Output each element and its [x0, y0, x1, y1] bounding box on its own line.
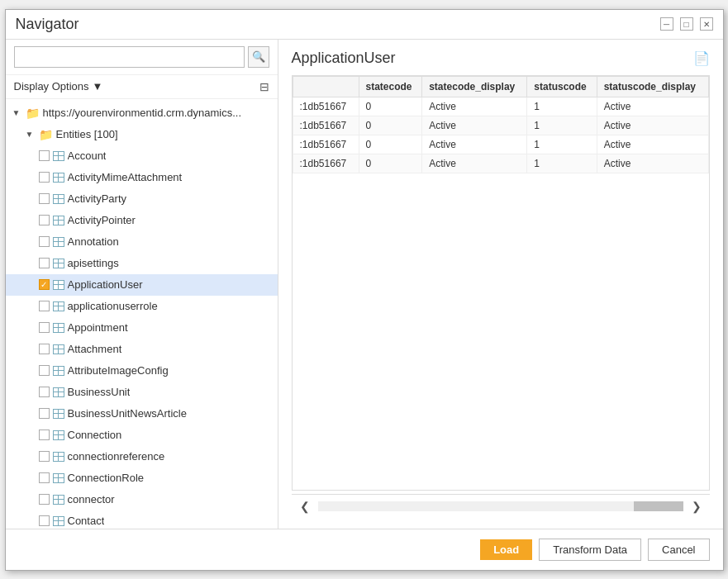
tree-item-checkbox[interactable] — [39, 494, 50, 505]
scroll-right-arrow[interactable]: ❯ — [687, 498, 707, 515]
tree-item[interactable]: Account — [6, 145, 278, 167]
table-body: :1db516670Active1Active:1db516670Active1… — [293, 97, 708, 173]
scroll-track[interactable] — [318, 501, 683, 511]
expand-icon: ▼ — [26, 130, 36, 139]
close-button[interactable]: ✕ — [700, 17, 713, 31]
tree-item[interactable]: connector — [6, 489, 278, 510]
scroll-thumb[interactable] — [634, 501, 683, 511]
load-button[interactable]: Load — [480, 539, 532, 560]
tree-item-checkbox[interactable] — [39, 472, 50, 483]
horizontal-scrollbar[interactable]: ❮ ❯ — [292, 494, 710, 519]
table-cell: Active — [597, 154, 708, 173]
display-options-label: Display Options — [14, 80, 89, 93]
tree-item-checkbox[interactable] — [39, 236, 50, 247]
search-bar: 🔍 — [6, 40, 278, 75]
tree-item-checkbox[interactable]: ✓ — [39, 279, 50, 290]
data-table: statecodestatecode_displaystatuscodestat… — [293, 76, 709, 173]
tree-area[interactable]: ▼ 📁 https://yourenvironmentid.crm.dynami… — [6, 99, 278, 529]
tree-item-label: AttributeImageConfig — [68, 364, 169, 377]
tree-item-checkbox[interactable] — [39, 344, 50, 354]
tree-item[interactable]: ActivityPointer — [6, 210, 278, 231]
tree-item[interactable]: ✓ApplicationUser — [6, 274, 278, 296]
settings-icon-button[interactable]: ⊟ — [259, 80, 269, 93]
table-cell: Active — [422, 116, 527, 135]
data-table-container[interactable]: statecodestatecode_displaystatuscodestat… — [292, 75, 710, 491]
tree-item[interactable]: BusinessUnitNewsArticle — [6, 403, 278, 425]
maximize-button[interactable]: □ — [680, 17, 693, 31]
tree-root-item[interactable]: ▼ 📁 https://yourenvironmentid.crm.dynami… — [6, 102, 278, 124]
tree-item-checkbox[interactable] — [39, 150, 50, 161]
minimize-button[interactable]: ─ — [660, 17, 673, 31]
tree-item-label: BusinessUnitNewsArticle — [68, 407, 188, 420]
tree-item-checkbox[interactable] — [39, 322, 50, 333]
search-button[interactable]: 🔍 — [248, 46, 269, 68]
tree-item-label: ActivityPointer — [68, 214, 136, 226]
tree-item[interactable]: ActivityParty — [6, 188, 278, 210]
export-icon-button[interactable]: 📄 — [693, 50, 710, 66]
tree-item[interactable]: Annotation — [6, 231, 278, 253]
tree-item[interactable]: ActivityMimeAttachment — [6, 167, 278, 188]
tree-item-label: Contact — [68, 515, 105, 527]
tree-item-checkbox[interactable] — [39, 387, 50, 397]
tree-item-label: Account — [68, 149, 107, 162]
tree-item-label: ApplicationUser — [68, 278, 143, 291]
window-controls: ─ □ ✕ — [660, 17, 713, 31]
tree-item[interactable]: Contact — [6, 510, 278, 529]
table-cell: 0 — [359, 154, 422, 173]
tree-item-checkbox[interactable] — [39, 515, 50, 526]
tree-item-checkbox[interactable] — [39, 215, 50, 225]
tree-item-checkbox[interactable] — [39, 301, 50, 311]
tree-item-label: connectionreference — [68, 450, 165, 463]
main-content: 🔍 Display Options ▼ ⊟ ▼ 📁 https — [6, 40, 723, 529]
table-cell: 1 — [527, 97, 597, 116]
scroll-left-arrow[interactable]: ❮ — [295, 498, 315, 515]
window-title: Navigator — [16, 16, 79, 33]
table-icon — [53, 280, 64, 290]
table-cell: :1db51667 — [293, 135, 359, 154]
table-row: :1db516670Active1Active — [293, 135, 708, 154]
tree-item[interactable]: ConnectionRole — [6, 467, 278, 489]
tree-item-checkbox[interactable] — [39, 408, 50, 419]
table-icon — [53, 430, 64, 440]
tree-item-checkbox[interactable] — [39, 193, 50, 204]
table-icon — [53, 151, 64, 161]
table-icon — [53, 409, 64, 419]
tree-item-label: Attachment — [68, 343, 122, 355]
tree-item[interactable]: Appointment — [6, 317, 278, 339]
tree-item-checkbox[interactable] — [39, 258, 50, 268]
settings-icon: ⊟ — [259, 80, 269, 93]
table-icon — [53, 387, 64, 397]
table-cell: 1 — [527, 116, 597, 135]
table-icon — [53, 344, 64, 354]
data-title-bar: ApplicationUser 📄 — [292, 50, 710, 67]
table-icon — [53, 194, 64, 204]
table-icon — [53, 173, 64, 183]
display-options-bar: Display Options ▼ ⊟ — [6, 75, 278, 99]
search-input[interactable] — [14, 46, 245, 68]
data-title: ApplicationUser — [292, 50, 396, 67]
tree-item-checkbox[interactable] — [39, 430, 50, 440]
table-icon — [53, 323, 64, 333]
title-bar: Navigator ─ □ ✕ — [6, 10, 723, 40]
tree-item[interactable]: applicationuserrole — [6, 296, 278, 317]
tree-entities-item[interactable]: ▼ 📁 Entities [100] — [6, 124, 278, 145]
tree-item-checkbox[interactable] — [39, 172, 50, 183]
tree-item[interactable]: Connection — [6, 425, 278, 446]
tree-item-label: BusinessUnit — [68, 386, 131, 398]
display-options-button[interactable]: Display Options ▼ — [14, 80, 103, 93]
table-row: :1db516670Active1Active — [293, 97, 708, 116]
entities-label: Entities [100] — [56, 128, 118, 140]
tree-item-checkbox[interactable] — [39, 365, 50, 376]
tree-item[interactable]: BusinessUnit — [6, 382, 278, 403]
table-icon — [53, 473, 64, 483]
tree-item[interactable]: connectionreference — [6, 446, 278, 467]
cancel-button[interactable]: Cancel — [648, 539, 709, 561]
table-cell: :1db51667 — [293, 116, 359, 135]
tree-item-label: connector — [68, 493, 115, 505]
tree-item[interactable]: Attachment — [6, 339, 278, 360]
tree-item-checkbox[interactable] — [39, 451, 50, 462]
tree-item-label: ActivityMimeAttachment — [68, 171, 183, 183]
tree-item[interactable]: AttributeImageConfig — [6, 360, 278, 382]
transform-data-button[interactable]: Transform Data — [539, 539, 641, 561]
tree-item[interactable]: apisettings — [6, 253, 278, 274]
